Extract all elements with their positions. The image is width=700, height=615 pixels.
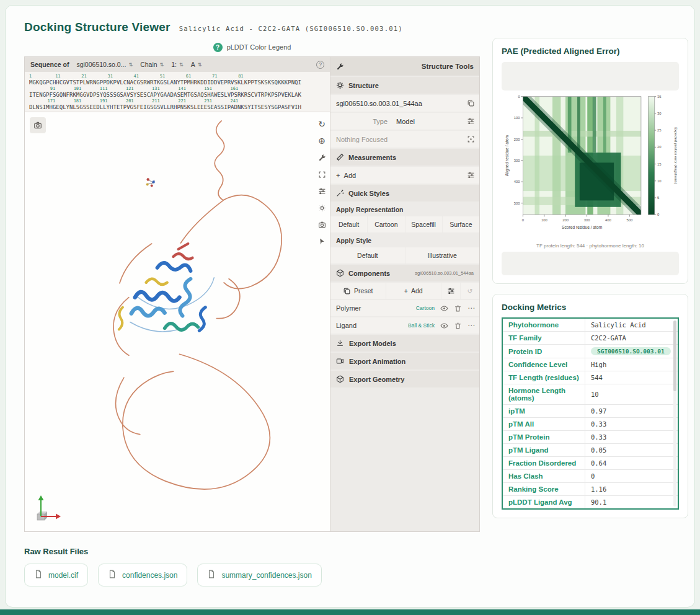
sequence-residues[interactable]: ITENGPFSGQNFRKMGGVDPSYQSSSGSAVSYSESCAPYG…: [29, 92, 326, 99]
center-camera-button[interactable]: ⊕: [315, 134, 329, 148]
export-geometry-button[interactable]: Export Geometry: [330, 371, 479, 387]
pae-x-label: Scored residue / atom: [562, 225, 603, 229]
component-representation[interactable]: Ball & Stick: [408, 322, 435, 329]
type-options-button[interactable]: [462, 113, 479, 130]
file-name: model.cif: [48, 571, 78, 580]
page-subtitle: Salicylic Acid - C2C2-GATA (SGI006510.SO…: [179, 25, 403, 32]
add-measurement-button[interactable]: + Add: [336, 167, 462, 184]
add-label: Add: [344, 172, 357, 179]
scrollbar-thumb[interactable]: [673, 321, 676, 391]
component-row[interactable]: Ligand Ball & Stick ⋯: [330, 317, 479, 334]
quick-styles-label: Quick Styles: [348, 190, 389, 197]
copy-icon: [467, 99, 475, 107]
representation-button[interactable]: Spacefill: [405, 216, 442, 232]
component-name[interactable]: Polymer: [336, 304, 416, 312]
structure-name-row[interactable]: sgi006510.so.003.01_544aa: [330, 95, 479, 112]
svg-text:200: 200: [514, 138, 521, 141]
pae-y-label: Aligned residue / atom: [505, 135, 510, 176]
svg-text:5: 5: [657, 196, 660, 200]
screenshot-rail-button[interactable]: [315, 218, 329, 231]
export-models-button[interactable]: Export Models: [330, 335, 479, 352]
screenshot-button[interactable]: [30, 117, 46, 133]
sequence-numbers: 91 101 111 121 131 141 151 161: [29, 86, 326, 92]
geometry-icon: [336, 375, 344, 383]
export-animation-button[interactable]: Export Animation: [330, 353, 479, 369]
pae-figure-margin: [502, 252, 679, 275]
metrics-title: Docking Metrics: [502, 303, 679, 312]
svg-text:35: 35: [657, 95, 662, 99]
svg-text:0: 0: [522, 218, 525, 222]
quick-styles-section-header[interactable]: Quick Styles: [330, 185, 479, 201]
wrench-icon: [336, 63, 344, 71]
representation-button[interactable]: Surface: [443, 216, 479, 232]
sequence-operator-select[interactable]: A ⇅: [191, 61, 202, 68]
metric-label: ipTM: [502, 405, 585, 418]
measurements-section-header[interactable]: Measurements: [330, 149, 479, 166]
visibility-toggle-button[interactable]: [437, 301, 451, 316]
raw-file-button[interactable]: model.cif: [24, 564, 88, 586]
visibility-toggle-button[interactable]: [437, 318, 451, 333]
undo-button[interactable]: ↺: [461, 283, 479, 299]
fullscreen-button[interactable]: [315, 167, 329, 181]
page-header: Docking Structure Viewer Salicylic Acid …: [6, 6, 694, 38]
raw-file-button[interactable]: confidences.json: [98, 564, 187, 586]
metric-value: 0: [591, 472, 595, 480]
sequence-info-icon[interactable]: ?: [316, 61, 324, 69]
plddt-legend-button[interactable]: ? pLDDT Color Legend: [213, 43, 291, 52]
component-options-button[interactable]: [441, 283, 460, 299]
structure-tools-header[interactable]: Structure Tools: [330, 57, 479, 76]
metric-label: Phytohormone: [502, 318, 585, 332]
metric-value-cell: 0: [585, 470, 678, 483]
structure-section-header[interactable]: Structure: [330, 77, 479, 94]
sequence-structure-select[interactable]: sgi006510.so.0... ⇅: [76, 61, 133, 68]
metrics-table-wrap: Phytohormone Salicylic Acid TF Family C2…: [502, 317, 679, 510]
metric-value: 0.33: [591, 433, 606, 441]
reset-camera-button[interactable]: ↻: [315, 117, 329, 131]
structure-canvas[interactable]: ↻ ⊕: [25, 112, 330, 531]
representation-button[interactable]: Cartoon: [368, 216, 404, 232]
focus-button[interactable]: [462, 131, 479, 148]
sun-icon: [318, 204, 326, 212]
duplicate-structure-button[interactable]: [462, 95, 479, 112]
more-options-button[interactable]: ⋯: [464, 301, 478, 316]
component-row[interactable]: Polymer Cartoon ⋯: [330, 300, 479, 316]
structure-type-row[interactable]: Type Model: [330, 113, 479, 130]
measurement-options-button[interactable]: [462, 167, 479, 184]
center-focus-icon: ⊕: [318, 136, 326, 145]
style-button[interactable]: Default: [330, 247, 405, 263]
sequence-model-select[interactable]: 1: ⇅: [171, 61, 183, 68]
sequence-residues[interactable]: MGKQGPCHHCGVTSTPLWRNGPPDKPVLCNACGSRWRTKG…: [29, 79, 326, 86]
viewport-controls: ↻ ⊕: [314, 117, 329, 248]
file-name: summary_confidences.json: [221, 571, 311, 580]
select-value: sgi006510.so.0...: [76, 61, 126, 68]
metric-row: Phytohormone Salicylic Acid: [502, 318, 678, 332]
component-name[interactable]: Ligand: [336, 322, 408, 329]
component-list: Polymer Cartoon ⋯ Ligand Ball & Stick: [330, 300, 479, 334]
metric-label: pLDDT Ligand Avg: [502, 496, 585, 510]
representation-button[interactable]: Default: [330, 216, 367, 232]
delete-component-button[interactable]: [451, 318, 464, 333]
add-component-button[interactable]: + Add: [386, 283, 441, 299]
table-scrollbar[interactable]: [673, 321, 676, 507]
metric-row: Confidence Level High: [502, 358, 678, 371]
sequence-chain-select[interactable]: Chain ⇅: [140, 61, 164, 68]
component-representation[interactable]: Cartoon: [416, 305, 435, 311]
metric-value-cell: 0.33: [585, 431, 678, 444]
components-label: Components: [348, 270, 390, 277]
metric-value: 90.1: [591, 498, 606, 506]
preset-button[interactable]: Preset: [330, 283, 386, 299]
delete-component-button[interactable]: [451, 301, 464, 316]
metric-value: Salicylic Acid: [591, 321, 646, 329]
svg-text:400: 400: [514, 180, 521, 184]
selection-mode-button[interactable]: [315, 234, 329, 248]
more-options-button[interactable]: ⋯: [464, 318, 478, 333]
controls-toggle-button[interactable]: [315, 151, 329, 164]
lighting-button[interactable]: [315, 201, 329, 215]
settings-button[interactable]: [315, 184, 329, 198]
metric-row: TF Family C2C2-GATA: [502, 332, 678, 345]
raw-file-button[interactable]: summary_confidences.json: [197, 564, 321, 586]
svg-text:0: 0: [657, 213, 660, 216]
style-button[interactable]: Illustrative: [405, 247, 480, 263]
sequence-residues[interactable]: DLNSIMHGEQLYNLSGSSEEDLLYHTETPVGSFEIGSGSV…: [29, 104, 326, 111]
components-section-header[interactable]: Components sgi006510.so.003.01_544aa: [330, 265, 479, 281]
